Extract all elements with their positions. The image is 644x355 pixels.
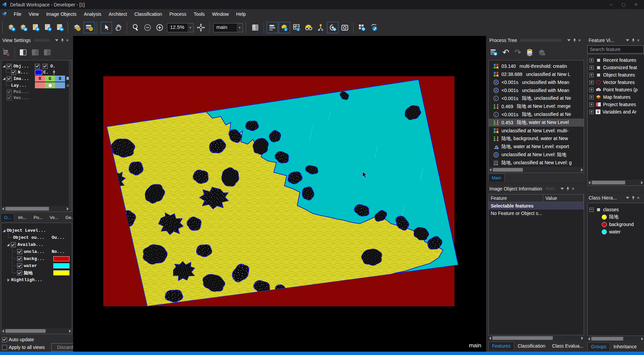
- panel-drag-handle[interactable]: [34, 39, 50, 42]
- split-view-4-button[interactable]: [42, 47, 53, 58]
- scroll-left-icon[interactable]: [489, 168, 491, 172]
- tab-vector[interactable]: Ve...: [46, 213, 62, 221]
- export-results-button[interactable]: [42, 22, 54, 33]
- background-color-swatch[interactable]: [53, 256, 69, 261]
- edit-view-settings-button[interactable]: [0, 47, 12, 58]
- menu-item-tools[interactable]: Tools: [190, 11, 209, 17]
- horizontal-scrollbar[interactable]: [488, 335, 584, 341]
- scroll-right-icon[interactable]: [69, 329, 71, 333]
- background-checkbox[interactable]: [17, 256, 22, 261]
- scroll-right-icon[interactable]: [581, 168, 583, 172]
- tab-inheritance[interactable]: Inheritance: [610, 343, 640, 351]
- panel-menu-icon[interactable]: [626, 197, 629, 199]
- unclassified-checkbox[interactable]: [17, 249, 22, 254]
- panel-close-icon[interactable]: ×: [66, 38, 69, 43]
- feature-group-object[interactable]: Object features: [588, 71, 644, 79]
- tree-row-n[interactable]: N... C.: [1, 69, 72, 75]
- apply-all-views-checkbox[interactable]: [2, 345, 7, 350]
- feature-group-customized[interactable]: Customized feat: [588, 64, 644, 71]
- map-combo-value[interactable]: main: [214, 24, 237, 32]
- toolbar-grip[interactable]: [67, 22, 70, 33]
- tree-row-layer[interactable]: Lay... au: [1, 82, 72, 89]
- expand-plus-icon[interactable]: [589, 80, 594, 85]
- expand-plus-icon[interactable]: [589, 65, 594, 70]
- menu-item-view[interactable]: View: [25, 11, 43, 17]
- tree-row-highlight[interactable]: Hightligh...: [1, 276, 72, 283]
- process-step[interactable]: 0.469陆地 at New Level: merge: [489, 102, 584, 110]
- zoom-select-button[interactable]: [130, 22, 141, 33]
- scroll-right-icon[interactable]: [641, 337, 643, 341]
- scrollbar-thumb[interactable]: [5, 329, 46, 333]
- scrollbar-thumb[interactable]: [591, 337, 623, 341]
- expander-icon[interactable]: [3, 229, 5, 232]
- tab-main-process[interactable]: Main: [488, 174, 504, 182]
- view-pixel-object-button[interactable]: [327, 22, 338, 33]
- layer-blue-cell[interactable]: [55, 82, 65, 88]
- map-combo[interactable]: main ▾: [213, 23, 243, 32]
- view-transparency-button[interactable]: [303, 22, 314, 33]
- feature-search-input[interactable]: [588, 47, 644, 52]
- table-row-selectable-features[interactable]: Selectable features: [489, 202, 584, 210]
- process-step[interactable]: 03.140multi-threshold: creatin: [489, 62, 584, 70]
- redo-button[interactable]: ↷: [512, 47, 524, 58]
- tab-point[interactable]: Po...: [30, 213, 46, 221]
- feature-search-box[interactable]: [587, 45, 644, 53]
- zoom-in-button[interactable]: [154, 22, 165, 33]
- menu-item-classification[interactable]: Classification: [131, 11, 166, 17]
- menu-item-window[interactable]: Window: [208, 11, 232, 17]
- point-checkbox[interactable]: [7, 89, 12, 94]
- pan-hand-button[interactable]: [113, 22, 124, 33]
- scroll-left-icon[interactable]: [489, 337, 491, 340]
- vertical-scrollbar[interactable]: [69, 60, 72, 212]
- snapshot-button[interactable]: [339, 22, 351, 33]
- red-channel-cell[interactable]: R: [35, 76, 45, 82]
- tree-row-point[interactable]: Poi...: [1, 89, 72, 95]
- horizontal-scrollbar[interactable]: [588, 180, 644, 185]
- panel-close-icon[interactable]: ×: [637, 38, 640, 43]
- tree-row-land-class[interactable]: 陆地: [1, 269, 72, 276]
- green-channel-cell[interactable]: G: [45, 76, 55, 82]
- tab-features[interactable]: Features: [488, 342, 514, 350]
- menu-item-architect[interactable]: Architect: [105, 11, 130, 17]
- image-layer-mixing-button[interactable]: [71, 22, 83, 33]
- scroll-left-icon[interactable]: [2, 329, 4, 333]
- water-checkbox[interactable]: [17, 263, 22, 268]
- panel-drag-handle[interactable]: [520, 39, 561, 42]
- manage-customized-features-button[interactable]: [356, 22, 368, 33]
- process-step[interactable]: 陆地, background, water at New: [489, 135, 584, 143]
- close-button[interactable]: ✕: [634, 2, 638, 7]
- panel-menu-icon[interactable]: [567, 39, 571, 41]
- menu-item-process[interactable]: Process: [166, 11, 190, 17]
- feature-group-vector[interactable]: Vector features: [588, 79, 644, 86]
- tree-row-object-outline[interactable]: Object ou... Ou...: [1, 234, 72, 241]
- scroll-left-icon[interactable]: [2, 207, 4, 211]
- land-color-swatch[interactable]: [53, 270, 69, 275]
- land-checkbox[interactable]: [17, 270, 22, 275]
- process-step[interactable]: <0.001s陆地, unclassified at Ne: [489, 94, 584, 102]
- panel-close-icon[interactable]: ×: [572, 186, 574, 191]
- zoom-level-combo[interactable]: 12.5% ▾: [167, 23, 194, 32]
- expander-icon[interactable]: [3, 77, 5, 80]
- process-step[interactable]: <0.001s陆地, unclassified at Ne: [489, 110, 584, 119]
- maximize-button[interactable]: ▢: [622, 2, 626, 7]
- toolbar-grip[interactable]: [2, 22, 4, 33]
- feature-group-point[interactable]: Point features (p: [588, 86, 644, 93]
- scrollbar-thumb[interactable]: [5, 207, 49, 211]
- scroll-right-icon[interactable]: [581, 337, 583, 340]
- expand-plus-icon[interactable]: [589, 88, 594, 92]
- tab-image[interactable]: Im...: [15, 213, 30, 221]
- panel-menu-icon[interactable]: [55, 39, 58, 41]
- tree-row-vector[interactable]: Vec...: [1, 95, 72, 101]
- expand-plus-icon[interactable]: [589, 58, 594, 62]
- scrollbar-thumb[interactable]: [493, 168, 523, 172]
- view-settings-toggle-button[interactable]: [84, 22, 95, 33]
- tab-classification[interactable]: Classification: [514, 342, 548, 350]
- new-project-button[interactable]: [6, 22, 17, 33]
- run-selected-button[interactable]: [536, 47, 548, 58]
- expander-icon[interactable]: [3, 65, 5, 68]
- undo-button[interactable]: ↶: [500, 47, 512, 58]
- process-step[interactable]: 陆地, water at New Level: export: [489, 143, 584, 151]
- expander-icon[interactable]: [7, 278, 10, 282]
- single-view-button[interactable]: [17, 47, 29, 58]
- column-header-feature[interactable]: Feature: [489, 194, 543, 202]
